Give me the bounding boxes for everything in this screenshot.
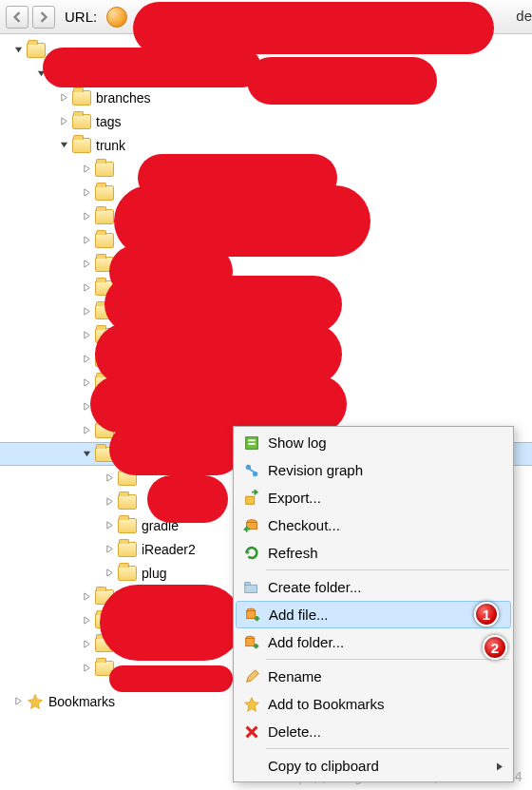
folder-icon [95,162,114,177]
svg-rect-1 [248,439,255,441]
expand-toggle[interactable] [80,400,93,414]
graph-icon [239,460,264,481]
expand-toggle[interactable] [80,186,93,200]
add-file-icon [240,605,265,626]
expand-toggle[interactable] [57,91,70,105]
folder-icon [95,376,114,391]
forward-button[interactable] [32,6,55,29]
expand-toggle[interactable] [80,163,93,176]
expand-toggle[interactable] [80,638,93,651]
tree-row[interactable] [0,228,532,252]
tree-row[interactable] [0,371,532,395]
menu-add-folder[interactable]: Add folder... [236,628,511,656]
menu-rename[interactable]: Rename [236,663,511,690]
expand-toggle[interactable] [11,44,25,57]
tree-row[interactable] [0,38,532,62]
menu-refresh[interactable]: Refresh [236,539,511,567]
expand-toggle[interactable] [80,448,93,461]
folder-icon [95,613,114,628]
expand-toggle[interactable] [80,329,93,342]
expand-toggle[interactable] [80,376,93,390]
menu-add-bookmarks[interactable]: Add to Bookmarks [236,690,511,718]
url-label: URL: [65,9,97,25]
tree-row[interactable] [0,347,532,371]
tree-row[interactable] [0,157,532,181]
expand-toggle[interactable] [103,543,116,556]
expand-toggle[interactable] [103,519,116,532]
svg-rect-9 [245,582,250,585]
svg-rect-2 [248,443,255,445]
expand-toggle[interactable] [11,695,25,708]
menu-separator [266,569,509,570]
expand-toggle[interactable] [80,662,93,675]
tree-row[interactable]: tags [0,109,532,133]
menu-create-folder[interactable]: Create folder... [236,573,511,601]
menu-label: Add file... [269,607,329,623]
folder-icon [95,257,114,272]
expand-toggle[interactable] [80,305,93,318]
expand-toggle[interactable] [103,567,116,580]
folder-icon [118,518,137,533]
export-icon [239,488,264,509]
tree-row[interactable]: ireaderplug [0,62,532,86]
expand-toggle[interactable] [80,234,93,247]
folder-icon [49,67,68,82]
tree-label: iReader2 [142,542,196,557]
folder-icon [95,589,114,605]
expand-toggle[interactable] [80,258,93,271]
expand-toggle[interactable] [34,67,48,81]
tree-row[interactable]: trunk [0,133,532,157]
expand-toggle[interactable] [80,424,93,437]
folder-icon [95,661,114,676]
expand-toggle[interactable] [103,472,116,485]
folder-icon [95,352,114,367]
toolbar: URL: [0,0,532,34]
menu-copy-clipboard[interactable]: Copy to clipboard [236,752,511,780]
folder-icon [118,471,137,486]
folder-icon [72,138,91,153]
log-icon [239,433,264,453]
expand-toggle[interactable] [103,495,116,509]
expand-toggle[interactable] [80,590,93,604]
tree-row[interactable] [0,181,532,204]
tree-row[interactable] [0,395,532,418]
menu-label: Copy to clipboard [268,758,379,774]
tree-label: branches [96,90,151,106]
expand-toggle[interactable] [80,281,93,295]
expand-toggle[interactable] [80,353,93,366]
folder-icon [95,637,114,652]
expand-toggle[interactable] [80,210,93,223]
menu-separator [266,659,509,660]
menu-checkout[interactable]: Checkout... [236,511,511,539]
tree-row[interactable] [0,276,532,299]
menu-export[interactable]: Export... [236,484,511,511]
expand-toggle[interactable] [57,139,70,152]
menu-label: Refresh [268,545,318,561]
delete-icon [239,722,264,742]
menu-delete[interactable]: Delete... [236,718,511,745]
tree-row[interactable] [0,252,532,276]
rename-icon [239,666,264,687]
tree-row[interactable] [0,299,532,323]
expand-toggle[interactable] [57,115,70,128]
menu-add-file[interactable]: Add file... [236,601,511,628]
back-button[interactable] [6,6,28,29]
tree-row[interactable] [0,323,532,347]
tree-row[interactable] [0,204,532,228]
tree-label: gradle [142,518,179,533]
menu-label: Revision graph [268,462,363,478]
menu-label: Create folder... [268,579,361,595]
menu-label: Add to Bookmarks [268,696,385,712]
menu-show-log[interactable]: Show log [236,429,511,456]
menu-revision-graph[interactable]: Revision graph [236,456,511,484]
tree-row[interactable]: branches [0,86,532,109]
tree-label: plug [142,566,166,581]
menu-separator [266,748,509,749]
refresh-icon [239,543,264,564]
svg-rect-7 [247,522,257,529]
svg-rect-5 [246,496,255,504]
folder-icon [72,90,91,106]
expand-toggle[interactable] [80,614,93,627]
browser-icon [106,7,127,28]
folder-icon [95,280,114,296]
